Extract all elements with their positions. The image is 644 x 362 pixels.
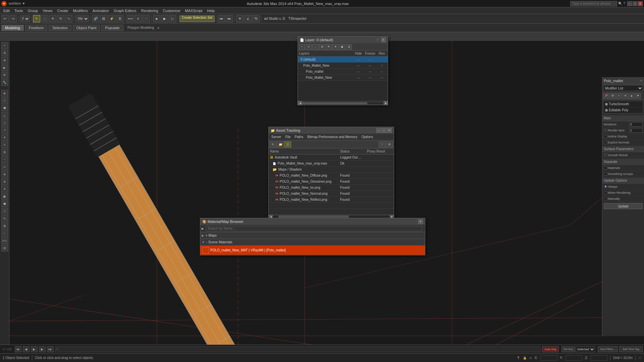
- isoline-checkbox[interactable]: [604, 135, 607, 138]
- move-tool[interactable]: ✛: [49, 15, 56, 22]
- always-radio[interactable]: [604, 185, 607, 188]
- sidebar-tool17[interactable]: ⬠: [1, 208, 8, 215]
- sidebar-modify[interactable]: ⚙: [1, 50, 8, 56]
- sidebar-motion[interactable]: ▶: [1, 64, 8, 71]
- search-icon[interactable]: 🔍: [618, 2, 622, 5]
- prev-frame[interactable]: ⏭: [226, 15, 233, 22]
- percent-snap[interactable]: %: [252, 15, 260, 22]
- render-active[interactable]: ▷: [169, 15, 176, 22]
- asset-maximize[interactable]: □: [382, 128, 386, 133]
- sidebar-tool3[interactable]: ⬢: [1, 105, 8, 111]
- goto-start-btn[interactable]: ⏮: [15, 346, 21, 352]
- material-close[interactable]: ✕: [418, 219, 423, 224]
- layers-render-btn[interactable]: ▣: [339, 44, 345, 50]
- layer-row-polo-mallet-new1[interactable]: Polo_Mallet_New — — □: [298, 63, 388, 69]
- next-frame-btn[interactable]: ▶: [39, 346, 46, 352]
- sidebar-tool16[interactable]: ⬟: [1, 200, 8, 207]
- asset-settings-btn[interactable]: ⚙: [386, 141, 393, 147]
- layers-new-btn[interactable]: +: [299, 44, 305, 50]
- asset-menu-server[interactable]: Server: [270, 135, 282, 139]
- mat-section-maps[interactable]: ▶ + Maps: [200, 232, 425, 239]
- align-tool[interactable]: ≡: [135, 15, 142, 22]
- tab-freeform[interactable]: Freeform: [25, 25, 48, 31]
- mat-section-scene[interactable]: ▼ - Scene Materials: [200, 239, 425, 246]
- x-coord-input[interactable]: [540, 355, 557, 361]
- update-button[interactable]: Update: [604, 203, 643, 209]
- window-dropdowns[interactable]: wohilem ▼: [9, 2, 25, 5]
- layers-delete-btn[interactable]: ✕: [306, 44, 312, 50]
- prop-close[interactable]: ✕: [640, 79, 643, 82]
- sidebar-tool20[interactable]: ○: [1, 230, 8, 237]
- explicit-checkbox[interactable]: [604, 141, 607, 144]
- layer-row-polo-mallet-new2[interactable]: Polo_Mallet_New — — —: [298, 75, 388, 81]
- layer-tool[interactable]: ☰: [116, 15, 123, 22]
- smooth-result-checkbox[interactable]: ✓: [604, 154, 607, 157]
- sidebar-tool13[interactable]: ⊗: [1, 178, 8, 185]
- tab-selection[interactable]: Selection: [49, 25, 71, 31]
- layers-scrollbar[interactable]: ◀ ▶: [298, 101, 388, 105]
- asset-titlebar[interactable]: 📁 Asset Tracking ─ □ ✕: [269, 127, 394, 134]
- sidebar-display[interactable]: 👁: [1, 72, 8, 78]
- set-key-btn[interactable]: Set Key: [561, 346, 575, 352]
- asset-row-diffuse[interactable]: 🗺 POLO_mallet_New_Diffuse.png Found: [269, 173, 394, 179]
- material-search-input[interactable]: [206, 226, 422, 231]
- prop-add-icon[interactable]: +: [616, 93, 622, 99]
- smoothing-groups-checkbox[interactable]: [604, 172, 607, 176]
- materials-checkbox[interactable]: [604, 166, 607, 170]
- sidebar-tool11[interactable]: ↩: [1, 164, 8, 170]
- scroll-track[interactable]: [302, 102, 384, 105]
- select-tool[interactable]: ↖: [33, 15, 40, 22]
- rotate-tool[interactable]: ↻: [57, 15, 64, 22]
- layers-expand-btn[interactable]: ⊞: [346, 44, 352, 50]
- render-iters-input[interactable]: [629, 128, 643, 133]
- sidebar-tool8[interactable]: ≡: [1, 141, 8, 148]
- menu-create[interactable]: Create: [55, 8, 70, 13]
- sidebar-tool5[interactable]: ◻: [1, 119, 8, 126]
- link-tool[interactable]: 🔗: [92, 15, 99, 22]
- create-selection-button[interactable]: Create Selection Sel: [179, 15, 215, 22]
- scale-tool[interactable]: ⤡: [65, 15, 72, 22]
- scroll-left[interactable]: ◀: [298, 101, 302, 105]
- select-region[interactable]: ⬚: [41, 15, 48, 22]
- filter-select[interactable]: All: [20, 15, 30, 22]
- snap-toggle[interactable]: ✦: [236, 15, 244, 22]
- sidebar-tool7[interactable]: ✦: [1, 134, 8, 141]
- menu-customize[interactable]: Customize: [161, 8, 182, 13]
- prop-pin-icon[interactable]: 📌: [603, 93, 609, 99]
- tab-modeling[interactable]: Modeling: [1, 25, 24, 31]
- sidebar-tool15[interactable]: ▣: [1, 193, 8, 200]
- sidebar-tool4[interactable]: △: [1, 112, 8, 119]
- asset-row-maxfile[interactable]: 📄 Polo_Mallet_New_max_vray.max Ok: [269, 161, 394, 167]
- y-coord-input[interactable]: [566, 355, 582, 361]
- prev-frame-btn[interactable]: ◀: [23, 346, 30, 352]
- material-editor[interactable]: ◈: [153, 15, 160, 22]
- manually-radio[interactable]: [604, 197, 607, 200]
- when-rendering-radio[interactable]: [604, 191, 607, 194]
- scroll-right[interactable]: ▶: [384, 101, 388, 105]
- layers-titlebar[interactable]: 📄 Layer: 0 (default) ? ✕: [298, 37, 388, 43]
- mat-arrow-left[interactable]: ▶: [202, 227, 204, 230]
- asset-menu-bitmap[interactable]: Bitmap Performance and Memory: [306, 135, 359, 139]
- layer-row-default[interactable]: 0 (default) — —: [298, 57, 388, 63]
- asset-refresh-btn[interactable]: ↻: [270, 141, 276, 147]
- iterations-input[interactable]: [629, 122, 643, 127]
- sidebar-tool18[interactable]: ↻: [1, 215, 8, 222]
- minimize-button[interactable]: ─: [627, 1, 632, 6]
- add-time-tag-btn[interactable]: Add Time Tag: [619, 346, 643, 352]
- auto-key-btn[interactable]: Auto Key: [542, 346, 559, 352]
- sidebar-utils[interactable]: 🔧: [1, 79, 8, 86]
- prop-down-icon[interactable]: ▼: [635, 93, 641, 99]
- layers-add-sel-btn[interactable]: ↓: [312, 44, 318, 50]
- asset-row-maps[interactable]: 📂 Maps / Shaders: [269, 167, 394, 173]
- menu-views[interactable]: Views: [41, 8, 54, 13]
- prop-delete-icon[interactable]: ✕: [622, 93, 628, 99]
- selected-dropdown[interactable]: Selected: [576, 346, 595, 352]
- modifier-turbosm[interactable]: TurboSmooth: [604, 101, 643, 107]
- asset-row-glossines[interactable]: 🗺 POLO_mallet_New_Glossines.png Found: [269, 179, 394, 185]
- modifier-editpoly[interactable]: Editable Poly: [604, 107, 643, 113]
- layer-row-polo-mallet[interactable]: Polo_mallet — — —: [298, 69, 388, 75]
- asset-minimize[interactable]: ─: [376, 128, 381, 133]
- material-header[interactable]: 🎨 Material/Map Browser ✕: [200, 218, 425, 225]
- render-iters-checkbox[interactable]: ✓: [604, 129, 607, 132]
- asset-row-vault[interactable]: 🏛 Autodesk Vault Logged Out ...: [269, 155, 394, 161]
